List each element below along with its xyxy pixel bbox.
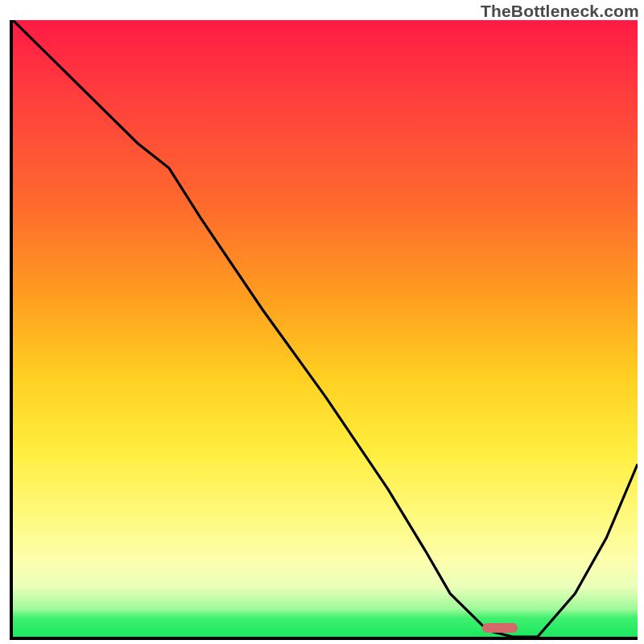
plot-area	[10, 20, 638, 640]
chart-container: TheBottleneck.com	[0, 0, 644, 644]
optimal-marker	[482, 623, 518, 633]
bottleneck-curve	[13, 20, 638, 637]
watermark-text: TheBottleneck.com	[481, 2, 639, 21]
curve-path	[13, 20, 638, 637]
